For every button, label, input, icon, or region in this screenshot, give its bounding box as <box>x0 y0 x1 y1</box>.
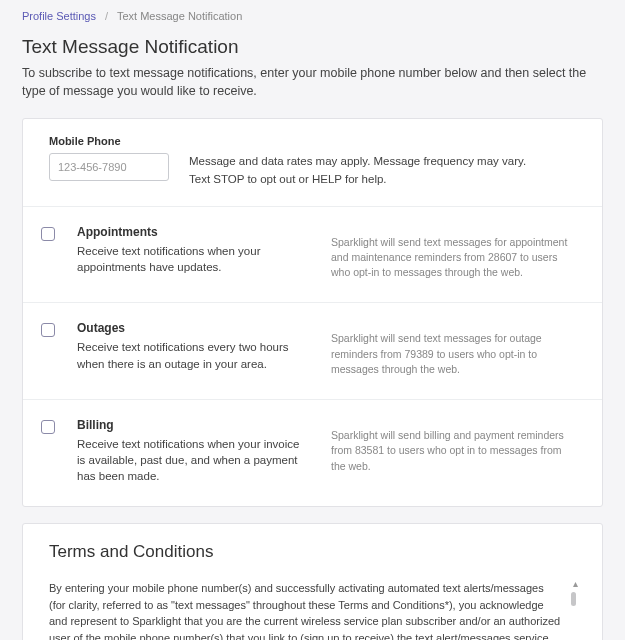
terms-scroll-region[interactable]: By entering your mobile phone number(s) … <box>49 580 576 640</box>
option-desc: Receive text notifications when your app… <box>77 243 307 275</box>
option-meta: Sparklight will send text messages for o… <box>331 321 576 377</box>
mobile-phone-row: Mobile Phone Message and data rates may … <box>23 119 602 207</box>
mobile-phone-help: Message and data rates may apply. Messag… <box>189 135 526 188</box>
breadcrumb: Profile Settings / Text Message Notifica… <box>22 8 603 36</box>
terms-card: Terms and Conditions By entering your mo… <box>22 523 603 640</box>
notification-card: Mobile Phone Message and data rates may … <box>22 118 603 507</box>
terms-title: Terms and Conditions <box>49 542 576 562</box>
breadcrumb-parent-link[interactable]: Profile Settings <box>22 10 96 22</box>
scrollbar-thumb[interactable] <box>571 592 576 606</box>
option-desc: Receive text notifications every two hou… <box>77 339 307 371</box>
page-subtitle: To subscribe to text message notificatio… <box>22 64 603 100</box>
mobile-phone-input[interactable] <box>49 153 169 181</box>
checkbox-billing[interactable] <box>41 420 55 434</box>
option-title: Billing <box>77 418 307 432</box>
mobile-phone-help-line2: Text STOP to opt out or HELP for help. <box>189 171 526 188</box>
mobile-phone-label: Mobile Phone <box>49 135 169 147</box>
option-meta: Sparklight will send billing and payment… <box>331 418 576 484</box>
breadcrumb-separator: / <box>105 10 108 22</box>
option-title: Appointments <box>77 225 307 239</box>
mobile-phone-help-line1: Message and data rates may apply. Messag… <box>189 153 526 170</box>
option-billing: Billing Receive text notifications when … <box>23 400 602 506</box>
option-appointments: Appointments Receive text notifications … <box>23 207 602 304</box>
breadcrumb-current: Text Message Notification <box>117 10 242 22</box>
terms-body: By entering your mobile phone number(s) … <box>49 580 562 640</box>
option-outages: Outages Receive text notifications every… <box>23 303 602 400</box>
checkbox-appointments[interactable] <box>41 227 55 241</box>
option-meta: Sparklight will send text messages for a… <box>331 225 576 281</box>
option-title: Outages <box>77 321 307 335</box>
checkbox-outages[interactable] <box>41 323 55 337</box>
page-title: Text Message Notification <box>22 36 603 58</box>
option-desc: Receive text notifications when your inv… <box>77 436 307 484</box>
